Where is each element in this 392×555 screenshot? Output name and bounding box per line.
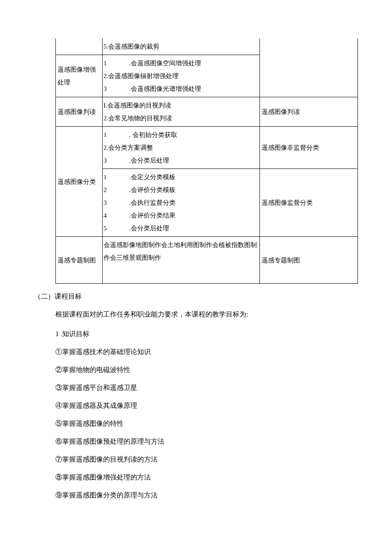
goal-item: ③掌握遥感平台和遥感卫星 (55, 381, 358, 395)
skill-num: 1 (104, 128, 109, 141)
goal-item: ②掌握地物的电磁波特性 (55, 363, 358, 377)
skill-cell: 5.会遥感图像的裁剪 (103, 38, 260, 55)
work-text: 遥感专题制图 (262, 257, 300, 264)
skill-line: 3.会执行监督分类 (104, 196, 259, 209)
goal-item: ⑦掌握遥感图像的目视判读的方法 (55, 453, 358, 466)
skills-table-wrap: 5.会遥感图像的裁剪 遥感图像增强处理 1.会遥感图像空间增强处理 2.会遥感图… (55, 38, 358, 284)
work-cell: 遥感专题制图 (260, 237, 358, 284)
skill-text: .会评价分类结果 (129, 209, 259, 222)
goal-item: ①掌握遥感技术的基础理论知识 (55, 345, 358, 359)
topic-text: 遥感专题制图 (58, 257, 96, 264)
skill-text: 2.会分类方案调整 (104, 144, 153, 151)
skill-text: .会评价分类模板 (129, 183, 259, 196)
skill-line: L会遥感图像的目视判读 (104, 99, 259, 112)
skill-text: 2.会遥感图像辐射增强处理 (104, 73, 179, 79)
skill-cell: 会遥感影像地图制作会土地利用图制作会植被指数图制作会三维景观图制作 (103, 237, 260, 284)
skill-text: .会遥感图像空间增强处理 (129, 57, 259, 70)
table-row: 遥感图像判读 L会遥感图像的目视判读 2.会常见地物的目视判读 遥感图像判读 (56, 97, 358, 127)
goal-item: ⑨掌握遥感图像分类的原理与方法 (55, 488, 358, 502)
skill-cell: 1. 会初始分类获取 2.会分类方案调整 3.会分类后处理 (103, 127, 260, 169)
topic-cell: 遥感专题制图 (56, 237, 103, 284)
topic-text: 遥感图像增强处理 (58, 66, 96, 86)
work-cell: 遥感图像非监督分类 (260, 127, 358, 169)
goal-item: ④掌握遥感器及其成像原理 (55, 399, 358, 413)
topic-text: 遥感图像判读 (58, 108, 96, 115)
skill-line: 3.会遥感图像光谱增强处理 (104, 82, 259, 95)
skill-cell: L会遥感图像的目视判读 2.会常见地物的目视判读 (103, 97, 260, 127)
intro-paragraph: 根据课程面对的工作任务和职业能力要求，本课程的教学目标为: (55, 308, 358, 321)
skill-line: 1. 会初始分类获取 (104, 128, 259, 141)
skill-text: .会分类后处理 (129, 222, 259, 235)
skill-num: 3 (104, 196, 109, 209)
skill-text: .会遥感图像光谱增强处理 (129, 82, 259, 95)
skill-line: 4.会评价分类结果 (104, 209, 259, 222)
work-text: 遥感图像判读 (262, 108, 300, 115)
section-heading: （二）课程目标 (34, 291, 358, 302)
knowledge-goal-heading: 1 .知识目标 (55, 327, 358, 341)
skill-num: 2 (104, 183, 109, 196)
work-text: 遥感图像非监督分类 (262, 144, 319, 151)
goal-item: ⑥掌握遥感图像预处理的原理与方法 (55, 435, 358, 448)
skill-num: 4 (104, 209, 109, 222)
skill-cell: 1.会遥感图像空间增强处理 2.会遥感图像辐射增强处理 3.会遥感图像光谱增强处… (103, 55, 260, 97)
table-row: 遥感图像增强处理 1.会遥感图像空间增强处理 2.会遥感图像辐射增强处理 3.会… (56, 55, 358, 97)
topic-cell: 遥感图像分类 (56, 127, 103, 237)
skill-text: . 会初始分类获取 (129, 128, 259, 141)
skill-num: 3 (104, 82, 109, 95)
skill-text: .会定义分类模板 (129, 171, 259, 183)
skill-text: 2.会常见地物的目视判读 (104, 115, 172, 122)
skill-text: .会执行监督分类 (129, 196, 259, 209)
goal-item: ⑧掌握遥感图像增强处理的方法 (55, 471, 358, 484)
topic-cell (56, 38, 103, 55)
skill-cell: 1.会定义分类模板 2.会评价分类模板 3.会执行监督分类 4.会评价分类结果 … (103, 169, 260, 237)
work-text: 遥感图像监督分类 (262, 199, 313, 206)
skill-text: .会分类后处理 (129, 154, 259, 167)
work-cell: 遥感图像判读 (260, 97, 358, 127)
skill-line: 1.会遥感图像空间增强处理 (104, 57, 259, 70)
skills-table: 5.会遥感图像的裁剪 遥感图像增强处理 1.会遥感图像空间增强处理 2.会遥感图… (55, 38, 358, 284)
topic-text: 遥感图像分类 (58, 178, 96, 185)
work-cell (260, 38, 358, 55)
skill-line: 2.会评价分类模板 (104, 183, 259, 196)
work-cell (260, 55, 358, 97)
skill-num: 1 (104, 57, 109, 70)
skill-line: 2.会分类方案调整 (104, 141, 259, 154)
skill-num: 5 (104, 222, 109, 235)
topic-cell: 遥感图像增强处理 (56, 55, 103, 97)
skill-num: 3 (104, 154, 109, 167)
topic-cell: 遥感图像判读 (56, 97, 103, 127)
goal-item: ⑤掌握遥感图像的特性 (55, 417, 358, 430)
table-row: 遥感图像分类 1. 会初始分类获取 2.会分类方案调整 3.会分类后处理 遥感图… (56, 127, 358, 169)
skill-line: 2.会遥感图像辐射增强处理 (104, 70, 259, 82)
table-row: 遥感专题制图 会遥感影像地图制作会土地利用图制作会植被指数图制作会三维景观图制作… (56, 237, 358, 284)
table-row: 5.会遥感图像的裁剪 (56, 38, 358, 55)
skill-line: 1.会定义分类模板 (104, 171, 259, 183)
skill-text: 5.会遥感图像的裁剪 (104, 43, 159, 50)
skill-line: 5.会分类后处理 (104, 222, 259, 235)
skill-line: 2.会常见地物的目视判读 (104, 112, 259, 125)
skill-num: 1 (104, 171, 109, 183)
skill-line: 3.会分类后处理 (104, 154, 259, 167)
skill-text: 会遥感影像地图制作会土地利用图制作会植被指数图制作会三维景观图制作 (104, 241, 257, 261)
work-cell: 遥感图像监督分类 (260, 169, 358, 237)
skill-text: L会遥感图像的目视判读 (104, 102, 171, 109)
